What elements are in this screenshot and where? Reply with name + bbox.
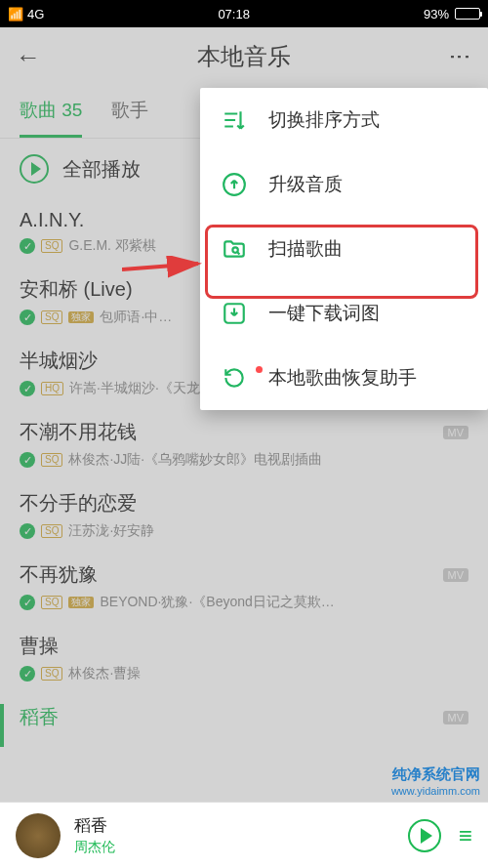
song-title: 曹操 (20, 633, 468, 659)
sq-badge: SQ (41, 310, 62, 324)
watermark: 纯净系统官网 www.yidaimm.com (391, 765, 480, 798)
song-item[interactable]: 不潮不用花钱MV✓SQ林俊杰·JJ陆·《乌鸦嘴妙女郎》电视剧插曲 (0, 409, 488, 480)
battery-pct: 93% (424, 7, 449, 21)
sort-icon (222, 107, 247, 133)
dropdown-menu: 切换排序方式 升级音质 扫描歌曲 一键下载词图 本地歌曲恢复助手 (200, 88, 488, 410)
downloaded-icon: ✓ (20, 310, 35, 325)
song-item[interactable]: 曹操✓SQ林俊杰·曹操 (0, 623, 488, 694)
song-subtitle: ✓SQ汪苏泷·好安静 (20, 522, 468, 540)
menu-recover-label: 本地歌曲恢复助手 (268, 365, 417, 391)
more-menu-button[interactable]: ⋮ (447, 46, 472, 67)
song-subtitle: ✓SQ林俊杰·JJ陆·《乌鸦嘴妙女郎》电视剧插曲 (20, 451, 468, 469)
song-artist-text: 汪苏泷·好安静 (68, 522, 154, 540)
page-title: 本地音乐 (41, 41, 447, 72)
mv-badge: MV (443, 568, 469, 582)
downloaded-icon: ✓ (20, 452, 35, 468)
now-playing-bar[interactable]: 稻香 周杰伦 ≡ (0, 802, 488, 868)
song-artist-text: BEYOND·犹豫·《Beyond日记之莫欺… (100, 594, 334, 611)
song-title: 稻香MV (20, 704, 468, 730)
song-title: 不潮不用花钱MV (20, 419, 468, 445)
signal-type: 4G (27, 7, 44, 21)
upgrade-icon (222, 172, 247, 197)
mv-badge: MV (443, 426, 469, 439)
downloaded-icon: ✓ (20, 381, 35, 396)
menu-upgrade[interactable]: 升级音质 (200, 152, 488, 217)
playing-indicator (0, 704, 4, 747)
menu-download[interactable]: 一键下载词图 (200, 281, 488, 346)
folder-search-icon (222, 236, 247, 262)
back-button[interactable]: ← (16, 42, 41, 72)
song-title: 不分手的恋爱 (20, 490, 468, 517)
download-icon (222, 301, 247, 326)
tab-songs[interactable]: 歌曲 35 (20, 86, 82, 138)
sq-badge: SQ (41, 453, 62, 467)
battery-icon (455, 8, 480, 20)
tab-artists[interactable]: 歌手 (111, 86, 148, 138)
downloaded-icon: ✓ (20, 523, 35, 539)
album-cover[interactable] (16, 813, 61, 858)
menu-download-label: 一键下载词图 (268, 301, 380, 326)
song-item[interactable]: 稻香MV (0, 694, 488, 742)
exclusive-badge: 独家 (68, 597, 94, 608)
status-time: 07:18 (44, 7, 424, 21)
mv-badge: MV (443, 711, 469, 724)
header: ← 本地音乐 ⋮ (0, 27, 488, 86)
song-artist-text: 林俊杰·曹操 (68, 665, 141, 682)
downloaded-icon: ✓ (20, 238, 35, 254)
recover-icon (222, 365, 247, 391)
watermark-line2: www.yidaimm.com (391, 784, 480, 798)
exclusive-badge: 独家 (68, 311, 94, 323)
hq-badge: HQ (41, 382, 63, 395)
sq-badge: SQ (41, 596, 62, 609)
downloaded-icon: ✓ (20, 595, 35, 610)
song-title: 不再犹豫MV (20, 561, 468, 588)
now-playing-title: 稻香 (74, 814, 408, 837)
play-icon (20, 154, 49, 184)
menu-scan[interactable]: 扫描歌曲 (200, 217, 488, 281)
song-item[interactable]: 不再犹豫MV✓SQ独家BEYOND·犹豫·《Beyond日记之莫欺… (0, 552, 488, 623)
song-artist-text: 林俊杰·JJ陆·《乌鸦嘴妙女郎》电视剧插曲 (68, 451, 322, 469)
menu-scan-label: 扫描歌曲 (268, 236, 343, 262)
song-artist-text: G.E.M. 邓紫棋 (68, 237, 155, 255)
sq-badge: SQ (41, 239, 62, 253)
menu-recover[interactable]: 本地歌曲恢复助手 (200, 346, 488, 410)
downloaded-icon: ✓ (20, 666, 35, 682)
sq-badge: SQ (41, 524, 62, 538)
menu-upgrade-label: 升级音质 (268, 172, 343, 197)
menu-sort[interactable]: 切换排序方式 (200, 88, 488, 152)
play-all-label: 全部播放 (62, 156, 141, 183)
signal-icon: 📶 (8, 7, 23, 21)
song-artist-text: 包师语·中… (100, 309, 172, 326)
red-dot-badge (256, 366, 263, 373)
playlist-button[interactable]: ≡ (459, 822, 472, 849)
menu-sort-label: 切换排序方式 (268, 107, 380, 133)
status-bar: 📶 4G 07:18 93% (0, 0, 488, 27)
song-subtitle: ✓SQ独家BEYOND·犹豫·《Beyond日记之莫欺… (20, 594, 468, 611)
watermark-line1: 纯净系统官网 (391, 765, 480, 784)
svg-point-1 (232, 247, 237, 252)
now-playing-artist: 周杰伦 (74, 839, 408, 856)
song-subtitle: ✓SQ林俊杰·曹操 (20, 665, 468, 682)
play-pause-button[interactable] (408, 819, 441, 852)
sq-badge: SQ (41, 667, 62, 681)
song-item[interactable]: 不分手的恋爱✓SQ汪苏泷·好安静 (0, 480, 488, 552)
